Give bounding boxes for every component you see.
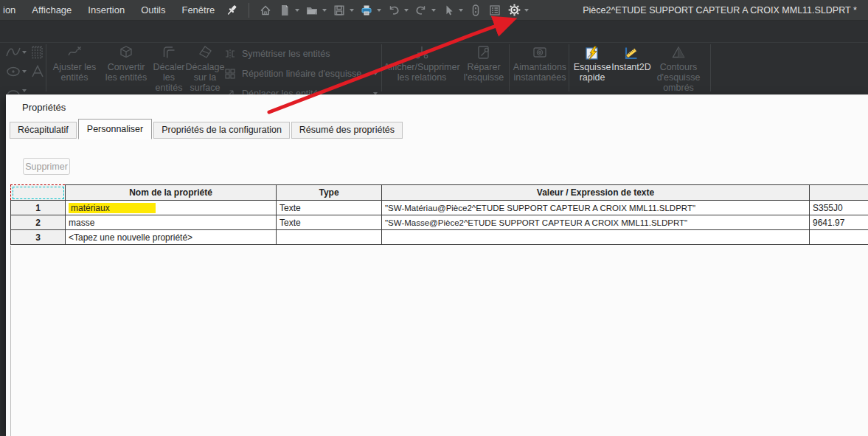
table-header-row: Nom de la propriété Type Valeur / Expres…: [11, 185, 868, 201]
ribbon-separator: [710, 44, 711, 91]
window-title: Pièce2^ETUDE SUPPORT CAPTEUR A CROIX MML…: [581, 0, 858, 21]
header-value-expression: Valeur / Expression de texte: [382, 185, 810, 201]
save-caret[interactable]: [350, 9, 354, 12]
property-name-cell[interactable]: matériaux: [66, 201, 277, 215]
move-entities-button[interactable]: Déplacer les entités: [224, 86, 381, 94]
menu-bar: ion Affichage Insertion Outils Fenêtre: [0, 0, 868, 21]
options-gear-icon[interactable]: [505, 1, 523, 19]
ellipse-tool-button[interactable]: [5, 63, 29, 80]
document-properties-icon[interactable]: [486, 1, 504, 19]
tab-personnaliser[interactable]: Personnaliser: [78, 119, 152, 139]
undo-icon[interactable]: [385, 1, 403, 19]
mirror-entities-label: Symétriser les entités: [242, 49, 330, 59]
ribbon-separator: [569, 44, 569, 91]
save-icon[interactable]: [330, 1, 348, 19]
evaluated-value-cell[interactable]: [810, 230, 868, 245]
sketch-tools-stack: Symétriser les entités Répétition linéai…: [224, 43, 381, 94]
display-relations-icon: [414, 43, 430, 60]
row-number-cell[interactable]: 2: [11, 215, 66, 230]
arc-caret[interactable]: [22, 89, 27, 92]
display-relations-label: Afficher/Supprimer les relations: [383, 62, 459, 83]
home-icon[interactable]: [257, 1, 274, 19]
redo-icon[interactable]: [412, 1, 430, 19]
table-row: 2 masse Texte "SW-Masse@Pièce2^ETUDE SUP…: [11, 215, 868, 230]
row-number-cell[interactable]: 1: [11, 201, 66, 215]
linear-pattern-caret[interactable]: [373, 72, 378, 75]
convert-entities-label: Convertir les entités: [102, 62, 150, 83]
select-cursor-caret[interactable]: [459, 9, 463, 12]
options-gear-caret[interactable]: [524, 9, 529, 12]
linear-pattern-icon: [224, 68, 236, 80]
highlighted-property-name: matériaux: [69, 203, 156, 213]
tab-resume-proprietes[interactable]: Résumé des propriétés: [291, 122, 403, 139]
select-cursor-icon[interactable]: [440, 1, 457, 19]
property-type-cell[interactable]: Texte: [277, 201, 382, 215]
convert-entities-button[interactable]: Convertir les entités: [102, 43, 150, 94]
toolbar-separator: [249, 3, 249, 18]
menu-item-insertion[interactable]: Insertion: [80, 0, 133, 21]
solidworks-window: ion Affichage Insertion Outils Fenêtre: [0, 0, 868, 436]
spline-tool-button[interactable]: [5, 44, 29, 60]
new-property-placeholder-cell[interactable]: <Tapez une nouvelle propriété>: [66, 230, 277, 245]
instant-snaps-label: Aimantations instantanées: [512, 62, 568, 83]
linear-pattern-button[interactable]: Répétition linéaire d'esquisse: [224, 66, 381, 82]
offset-entities-button[interactable]: Décaler les entités: [152, 43, 186, 94]
print-caret[interactable]: [377, 9, 381, 12]
property-value-cell[interactable]: "SW-Masse@Pièce2^ETUDE SUPPORT CAPTEUR A…: [382, 215, 810, 230]
mirror-entities-button[interactable]: Symétriser les entités: [224, 46, 381, 62]
tab-recapitulatif[interactable]: Récapitulatif: [10, 122, 77, 139]
pin-icon[interactable]: [223, 1, 241, 19]
menu-item-edition[interactable]: ion: [0, 0, 24, 21]
open-document-caret[interactable]: [322, 9, 327, 12]
delete-button[interactable]: Supprimer: [23, 158, 70, 175]
trim-entities-button[interactable]: Ajuster les entités: [49, 43, 100, 94]
print-icon[interactable]: [358, 1, 375, 19]
property-value-cell[interactable]: "SW-Matériau@Pièce2^ETUDE SUPPORT CAPTEU…: [382, 201, 810, 215]
hatch-tool-button[interactable]: [29, 44, 46, 60]
surface-offset-label: Décalage sur la surface: [186, 62, 225, 93]
offset-entities-icon: [161, 43, 177, 60]
property-type-cell[interactable]: [277, 230, 382, 245]
text-tool-button[interactable]: [29, 63, 46, 80]
header-type: Type: [277, 185, 382, 201]
tab-proprietes-configuration[interactable]: Propriétés de la configuration: [153, 122, 290, 139]
rapid-sketch-icon: [585, 43, 600, 60]
undo-caret[interactable]: [404, 9, 409, 12]
linear-pattern-label: Répétition linéaire d'esquisse: [242, 69, 361, 79]
property-type-cell[interactable]: Texte: [277, 215, 382, 230]
new-document-caret[interactable]: [295, 9, 299, 12]
surface-offset-icon: [197, 43, 213, 60]
surface-offset-button[interactable]: Décalage sur la surface: [186, 43, 224, 94]
repair-sketch-button[interactable]: Réparer l'esquisse: [460, 43, 507, 94]
trim-entities-icon: [66, 43, 83, 60]
rapid-sketch-button[interactable]: Esquisse rapide: [572, 43, 613, 94]
ellipse-caret[interactable]: [22, 70, 27, 73]
spline-caret[interactable]: [22, 51, 27, 54]
new-document-icon[interactable]: [276, 1, 294, 19]
menu-item-fenetre[interactable]: Fenêtre: [173, 0, 223, 21]
hatch-icon: [29, 44, 46, 60]
move-entities-icon: [224, 88, 236, 94]
select-all-cell[interactable]: [11, 185, 66, 201]
redo-caret[interactable]: [431, 9, 436, 12]
shaded-contours-button[interactable]: Contours d'esquisse ombrés: [650, 43, 707, 94]
evaluated-value-cell[interactable]: 9641.97: [810, 215, 868, 230]
arc-icon: [5, 83, 21, 94]
header-property-name: Nom de la propriété: [66, 185, 277, 201]
mouse-gestures-icon[interactable]: [467, 1, 485, 19]
menu-item-affichage[interactable]: Affichage: [24, 0, 80, 21]
instant2d-label: Instant2D: [611, 62, 651, 72]
property-value-cell[interactable]: [382, 230, 810, 245]
row-number-cell[interactable]: 3: [11, 230, 66, 245]
arc-tool-button[interactable]: [5, 83, 29, 94]
instant2d-button[interactable]: Instant2D: [613, 43, 650, 94]
sketch-ribbon: Ajuster les entités Convertir les entité…: [0, 21, 868, 94]
menu-item-outils[interactable]: Outils: [133, 0, 173, 21]
display-relations-button[interactable]: Afficher/Supprimer les relations: [384, 43, 459, 94]
instant-snaps-button[interactable]: Aimantations instantanées: [512, 43, 568, 94]
properties-dialog: Propriétés Récapitulatif Personnaliser P…: [6, 94, 868, 436]
property-name-cell[interactable]: masse: [66, 215, 277, 230]
evaluated-value-cell[interactable]: S355J0: [810, 201, 868, 215]
ribbon-separator: [46, 44, 46, 91]
open-document-icon[interactable]: [303, 1, 321, 19]
